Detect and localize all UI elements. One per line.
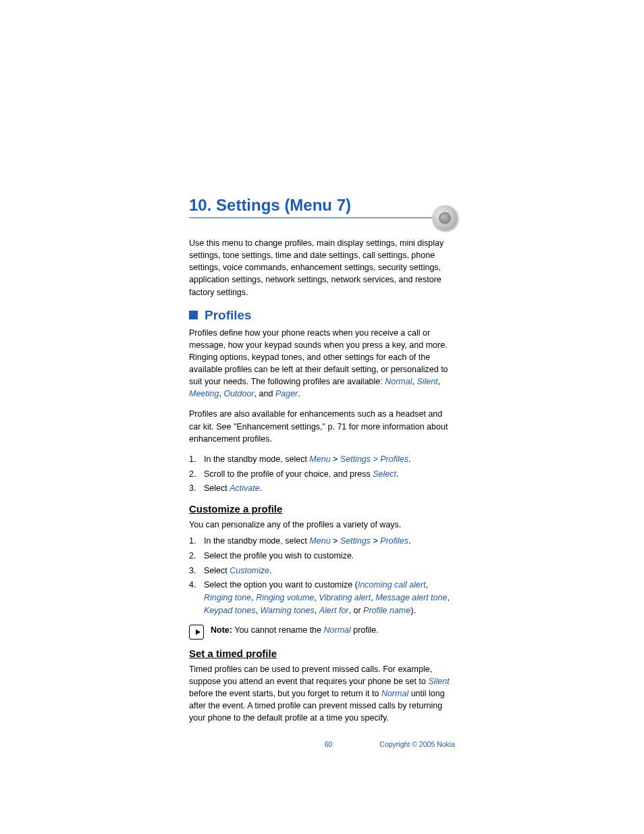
list-body: In the standby mode, select Menu > Setti… — [204, 453, 455, 466]
gt: > — [331, 454, 340, 464]
list-item: 2. Scroll to the profile of your choice,… — [189, 468, 455, 481]
copyright: Copyright © 2005 Nokia — [379, 740, 455, 748]
opt-message-alert-tone: Message alert tone — [375, 593, 447, 602]
settings-wrench-icon — [432, 205, 458, 231]
text: Timed profiles can be used to prevent mi… — [189, 664, 432, 686]
opt-vibrating-alert: Vibrating alert — [319, 593, 371, 602]
opt-warning-tones: Warning tones — [260, 606, 314, 615]
period: . — [408, 454, 410, 464]
ui-settings-profiles: Settings > Profiles — [340, 454, 408, 464]
list-body: In the standby mode, select Menu > Setti… — [204, 535, 455, 548]
note-icon — [189, 625, 204, 640]
profile-meeting: Meeting — [189, 389, 219, 398]
profiles-steps-list: 1. In the standby mode, select Menu > Se… — [189, 453, 455, 495]
list-body: Select Customize. — [204, 565, 455, 577]
profile-normal: Normal — [385, 377, 412, 386]
profile-normal: Normal — [381, 689, 408, 698]
customize-heading: Customize a profile — [189, 503, 455, 515]
sep: , — [447, 593, 449, 602]
period: . — [260, 484, 262, 493]
and: , and — [254, 389, 275, 398]
list-item: 1. In the standby mode, select Menu > Se… — [189, 535, 455, 548]
gt: > — [371, 536, 380, 546]
list-item: 3. Select Customize. — [189, 565, 455, 577]
ui-select: Select — [373, 469, 396, 479]
settings-icon-inner — [439, 212, 451, 224]
list-item: 3. Select Activate. — [189, 482, 455, 495]
profile-pager: Pager — [275, 389, 298, 398]
list-body: Select the option you want to customize … — [204, 579, 455, 617]
ui-menu: Menu — [309, 536, 330, 546]
list-number: 2. — [189, 468, 204, 481]
intro-paragraph: Use this menu to change profiles, main d… — [189, 237, 455, 298]
profile-silent: Silent — [428, 677, 449, 686]
customize-intro: You can personalize any of the profiles … — [189, 519, 455, 531]
opt-ringing-volume: Ringing volume — [256, 593, 314, 602]
chapter-title-row: 10. Settings (Menu 7) — [189, 196, 455, 218]
text: Scroll to the profile of your choice, an… — [204, 469, 373, 479]
profile-outdoor: Outdoor — [223, 389, 254, 398]
list-number: 2. — [189, 550, 204, 563]
customize-steps-list: 1. In the standby mode, select Menu > Se… — [189, 535, 455, 617]
profile-normal: Normal — [323, 625, 350, 635]
page-number: 60 — [325, 740, 333, 748]
list-body: Select Activate. — [204, 482, 455, 495]
sep: , — [438, 377, 440, 386]
opt-ringing-tone: Ringing tone — [204, 593, 251, 602]
ui-profiles: Profiles — [380, 536, 408, 546]
profiles-paragraph-1: Profiles define how your phone reacts wh… — [189, 327, 455, 400]
opt-alert-for: Alert for — [319, 606, 349, 615]
chapter-title: 10. Settings (Menu 7) — [189, 196, 455, 217]
period: . — [298, 389, 300, 398]
page-footer: 60 Copyright © 2005 Nokia — [189, 740, 455, 748]
list-item: 4. Select the option you want to customi… — [189, 579, 455, 617]
opt-profile-name: Profile name — [363, 606, 410, 615]
period: . — [396, 469, 398, 479]
list-number: 1. — [189, 453, 204, 466]
text: Select — [204, 566, 230, 575]
profiles-heading: Profiles — [205, 308, 252, 323]
ui-menu: Menu — [309, 454, 330, 464]
document-page: 10. Settings (Menu 7) Use this menu to c… — [0, 0, 644, 789]
opt-incoming-call-alert: Incoming call alert — [358, 580, 426, 590]
profiles-paragraph-2: Profiles are also available for enhancem… — [189, 408, 455, 444]
list-item: 2. Select the profile you wish to custom… — [189, 550, 455, 563]
text: Select — [204, 484, 230, 493]
list-item: 1. In the standby mode, select Menu > Se… — [189, 453, 455, 466]
ui-settings: Settings — [340, 536, 371, 546]
square-bullet-icon — [189, 311, 198, 319]
list-number: 4. — [189, 579, 204, 617]
period: . — [408, 536, 410, 546]
note-row: Note: You cannot rename the Normal profi… — [189, 624, 455, 640]
ui-activate: Activate — [230, 484, 259, 493]
text: In the standby mode, select — [204, 536, 309, 546]
gt: > — [331, 536, 340, 546]
section-header-profiles: Profiles — [189, 308, 455, 323]
timed-paragraph: Timed profiles can be used to prevent mi… — [189, 663, 455, 725]
sep: , — [426, 580, 428, 590]
text: before the event starts, but you forget … — [189, 689, 381, 698]
list-number: 3. — [189, 565, 204, 577]
text: profile. — [351, 625, 379, 635]
list-number: 3. — [189, 482, 204, 495]
list-body: Select the profile you wish to customize… — [204, 550, 455, 563]
text: Select the option you want to customize … — [204, 580, 358, 590]
end: ). — [410, 606, 416, 615]
note-label: Note: — [211, 625, 232, 635]
text: You cannot rename the — [232, 625, 324, 635]
period: . — [269, 566, 271, 575]
note-text: Note: You cannot rename the Normal profi… — [211, 624, 379, 636]
timed-heading: Set a timed profile — [189, 648, 455, 659]
opt-keypad-tones: Keypad tones — [204, 606, 255, 615]
text: In the standby mode, select — [204, 454, 309, 464]
ui-customize: Customize — [230, 566, 269, 575]
list-body: Scroll to the profile of your choice, an… — [204, 468, 455, 481]
profile-silent: Silent — [417, 377, 437, 386]
list-number: 1. — [189, 535, 204, 548]
sep: , — [315, 606, 319, 615]
or: , or — [349, 606, 364, 615]
